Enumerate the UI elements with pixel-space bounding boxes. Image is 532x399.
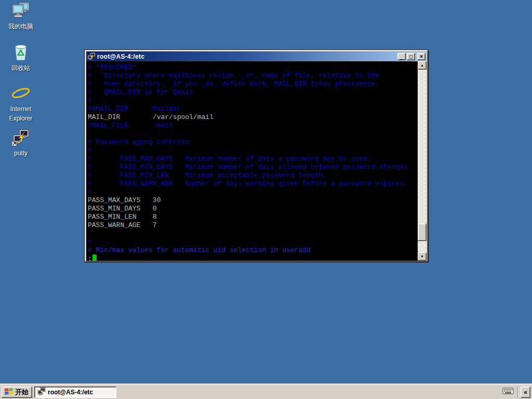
desktop-icon-internet-explorer[interactable]: e Internet Explorer bbox=[2, 85, 39, 123]
desktop-icon-my-computer[interactable]: 我的电脑 bbox=[2, 2, 39, 31]
terminal-line: PASS_MIN_DAYS 0 bbox=[88, 205, 418, 213]
terminal-line: # bbox=[88, 188, 418, 196]
terminal-line: #MAIL_FILE .mail bbox=[88, 122, 418, 130]
close-button[interactable]: × bbox=[417, 53, 425, 60]
desktop-icon-label: Internet Explorer bbox=[9, 105, 33, 122]
scroll-down-icon: ▼ bbox=[420, 255, 424, 258]
terminal-line: # QMAIL_DIR is for Qmail bbox=[88, 88, 418, 97]
maximize-button[interactable]: □ bbox=[407, 53, 415, 60]
putty-window-icon bbox=[87, 52, 96, 60]
window-titlebar[interactable]: root@AS-4:/etc _ □ × bbox=[86, 51, 427, 61]
window-title: root@AS-4:/etc bbox=[97, 53, 396, 60]
recycle-bin-icon bbox=[11, 44, 30, 61]
vi-prompt: : bbox=[88, 255, 92, 261]
terminal-line: #QMAIL_DIR Maildir bbox=[88, 105, 418, 113]
tray-collapse-button[interactable]: « bbox=[521, 387, 530, 398]
terminal-line: MAIL_DIR /var/spool/mail bbox=[88, 113, 418, 122]
task-putty-icon bbox=[37, 388, 46, 397]
terminal-line bbox=[88, 130, 418, 138]
internet-explorer-icon: e bbox=[11, 85, 30, 102]
tray-separator bbox=[517, 387, 518, 398]
terminal[interactable]: # *REQUIRED*# Directory where mailboxes … bbox=[86, 61, 418, 261]
terminal-line: # PASS_MAX_DAYS Maximum number of days a… bbox=[88, 155, 418, 163]
input-method-indicator[interactable] bbox=[502, 387, 514, 397]
scrollbar-thumb[interactable] bbox=[418, 223, 427, 241]
desktop: 我的电脑 回收站 e Internet Explorer bbox=[0, 0, 532, 399]
vi-command-line: : bbox=[88, 255, 418, 261]
terminal-line: # Password aging controls: bbox=[88, 138, 418, 147]
terminal-scrollbar[interactable]: ▲ ▼ bbox=[418, 61, 427, 261]
scroll-down-button[interactable]: ▼ bbox=[418, 252, 427, 261]
terminal-line: # bbox=[88, 147, 418, 155]
taskbar-task-putty[interactable]: root@AS-4:/etc bbox=[34, 387, 116, 398]
scroll-up-button[interactable]: ▲ bbox=[418, 61, 427, 70]
terminal-lines: # *REQUIRED*# Directory where mailboxes … bbox=[88, 63, 418, 255]
keyboard-icon bbox=[502, 387, 514, 397]
svg-text:e: e bbox=[14, 85, 21, 102]
desktop-icon-label: 我的电脑 bbox=[8, 23, 33, 30]
terminal-line bbox=[88, 230, 418, 238]
desktop-icon-label: putty bbox=[14, 150, 28, 157]
terminal-line: # PASS_WARN_AGE Number of days warning g… bbox=[88, 180, 418, 188]
my-computer-icon bbox=[11, 2, 30, 20]
terminal-line: # PASS_MIN_DAYS Minimum number of days a… bbox=[88, 163, 418, 171]
task-button-label: root@AS-4:/etc bbox=[48, 389, 93, 396]
terminal-line: PASS_MAX_DAYS 30 bbox=[88, 196, 418, 205]
minimize-button[interactable]: _ bbox=[397, 53, 406, 60]
putty-window: root@AS-4:/etc _ □ × # *REQUIRED*# Direc… bbox=[84, 49, 429, 262]
terminal-line: # bbox=[88, 97, 418, 105]
start-button[interactable]: 开始 bbox=[2, 387, 32, 398]
terminal-line: # PASS_MIN_LEN Minimum acceptable passwo… bbox=[88, 171, 418, 180]
desktop-icon-putty[interactable]: putty bbox=[2, 129, 39, 157]
terminal-line: PASS_MIN_LEN 8 bbox=[88, 213, 418, 221]
terminal-line: # Min/max values for automatic uid selec… bbox=[88, 246, 418, 255]
start-button-label: 开始 bbox=[15, 388, 29, 397]
desktop-icon-recycle-bin[interactable]: 回收站 bbox=[2, 44, 39, 72]
putty-icon bbox=[11, 129, 30, 147]
taskbar: 开始 root@AS-4:/etc bbox=[0, 384, 532, 399]
terminal-line: # bbox=[88, 238, 418, 246]
terminal-cursor bbox=[92, 255, 97, 261]
scroll-up-icon: ▲ bbox=[420, 63, 424, 67]
windows-logo-icon bbox=[4, 388, 14, 397]
terminal-line: # Directory where mailboxes reside, _or_… bbox=[88, 72, 418, 80]
terminal-line: PASS_WARN_AGE 7 bbox=[88, 221, 418, 230]
desktop-icon-label: 回收站 bbox=[11, 64, 30, 72]
system-tray: « bbox=[502, 386, 530, 398]
terminal-client-area: # *REQUIRED*# Directory where mailboxes … bbox=[86, 61, 427, 261]
scrollbar-track[interactable] bbox=[418, 70, 427, 252]
terminal-line: # *REQUIRED* bbox=[88, 63, 418, 72]
terminal-line: # home directory. If you _do_ define bot… bbox=[88, 80, 418, 88]
